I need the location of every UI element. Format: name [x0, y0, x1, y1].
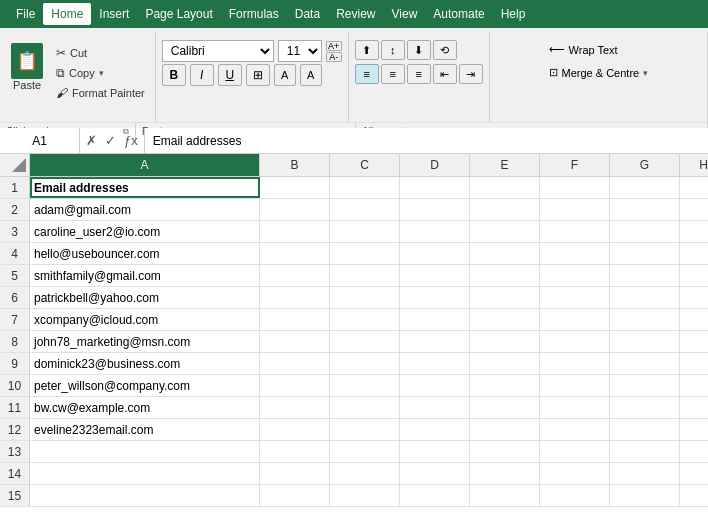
sheet-cell[interactable]	[470, 463, 540, 484]
row-number[interactable]: 8	[0, 331, 30, 352]
indent-decrease-button[interactable]: ⇤	[433, 64, 457, 84]
col-header-h[interactable]: H	[680, 154, 708, 176]
sheet-cell[interactable]	[470, 375, 540, 396]
sheet-cell[interactable]	[540, 177, 610, 198]
bold-button[interactable]: B	[162, 64, 186, 86]
sheet-cell[interactable]	[540, 397, 610, 418]
sheet-cell[interactable]: peter_willson@company.com	[30, 375, 260, 396]
sheet-cell[interactable]	[610, 221, 680, 242]
row-number[interactable]: 2	[0, 199, 30, 220]
format-painter-button[interactable]: 🖌 Format Painter	[52, 84, 149, 102]
sheet-cell[interactable]	[540, 441, 610, 462]
sheet-cell[interactable]	[680, 331, 708, 352]
sheet-cell[interactable]	[400, 463, 470, 484]
sheet-cell[interactable]	[470, 221, 540, 242]
row-number[interactable]: 13	[0, 441, 30, 462]
menu-page-layout[interactable]: Page Layout	[137, 3, 220, 25]
sheet-cell[interactable]	[680, 287, 708, 308]
align-right-button[interactable]: ≡	[407, 64, 431, 84]
menu-view[interactable]: View	[384, 3, 426, 25]
col-header-c[interactable]: C	[330, 154, 400, 176]
sheet-cell[interactable]	[540, 265, 610, 286]
sheet-cell[interactable]	[400, 331, 470, 352]
sheet-cell[interactable]	[470, 177, 540, 198]
decrease-font-size-button[interactable]: A-	[326, 52, 342, 62]
sheet-cell[interactable]	[260, 199, 330, 220]
sheet-cell[interactable]	[610, 287, 680, 308]
sheet-cell[interactable]	[680, 375, 708, 396]
sheet-cell[interactable]: smithfamily@gmail.com	[30, 265, 260, 286]
sheet-cell[interactable]	[400, 375, 470, 396]
col-header-e[interactable]: E	[470, 154, 540, 176]
sheet-cell[interactable]	[400, 397, 470, 418]
sheet-cell[interactable]: patrickbell@yahoo.com	[30, 287, 260, 308]
font-size-select[interactable]: 11	[278, 40, 322, 62]
sheet-cell[interactable]	[330, 375, 400, 396]
sheet-cell[interactable]	[470, 243, 540, 264]
sheet-cell[interactable]	[400, 199, 470, 220]
sheet-cell[interactable]	[470, 287, 540, 308]
sheet-cell[interactable]	[470, 485, 540, 506]
sheet-cell[interactable]	[470, 353, 540, 374]
col-header-a[interactable]: A	[30, 154, 260, 176]
sheet-cell[interactable]	[260, 375, 330, 396]
sheet-cell[interactable]	[680, 397, 708, 418]
sheet-cell[interactable]	[680, 419, 708, 440]
sheet-cell[interactable]	[470, 265, 540, 286]
align-left-button[interactable]: ≡	[355, 64, 379, 84]
italic-button[interactable]: I	[190, 64, 214, 86]
sheet-cell[interactable]	[540, 221, 610, 242]
sheet-cell[interactable]	[330, 331, 400, 352]
sheet-cell[interactable]: caroline_user2@io.com	[30, 221, 260, 242]
sheet-cell[interactable]	[680, 177, 708, 198]
sheet-cell[interactable]: dominick23@business.com	[30, 353, 260, 374]
sheet-cell[interactable]	[610, 243, 680, 264]
sheet-cell[interactable]: bw.cw@example.com	[30, 397, 260, 418]
menu-data[interactable]: Data	[287, 3, 328, 25]
sheet-cell[interactable]: eveline2323email.com	[30, 419, 260, 440]
row-number[interactable]: 1	[0, 177, 30, 198]
sheet-cell[interactable]	[330, 353, 400, 374]
cell-reference-input[interactable]	[0, 128, 80, 153]
increase-font-size-button[interactable]: A+	[326, 41, 342, 51]
sheet-cell[interactable]	[330, 441, 400, 462]
sheet-cell[interactable]	[400, 221, 470, 242]
sheet-cell[interactable]	[680, 485, 708, 506]
sheet-cell[interactable]	[260, 177, 330, 198]
sheet-cell[interactable]	[330, 419, 400, 440]
sheet-cell[interactable]	[610, 419, 680, 440]
row-number[interactable]: 6	[0, 287, 30, 308]
sheet-cell[interactable]	[610, 397, 680, 418]
border-button[interactable]: ⊞	[246, 64, 270, 86]
sheet-cell[interactable]	[470, 441, 540, 462]
align-top-button[interactable]: ⬆	[355, 40, 379, 60]
sheet-cell[interactable]	[540, 309, 610, 330]
sheet-cell[interactable]	[610, 177, 680, 198]
sheet-cell[interactable]	[400, 485, 470, 506]
menu-review[interactable]: Review	[328, 3, 383, 25]
col-header-d[interactable]: D	[400, 154, 470, 176]
sheet-cell[interactable]	[260, 485, 330, 506]
sheet-cell[interactable]	[400, 309, 470, 330]
sheet-cell[interactable]	[330, 287, 400, 308]
sheet-cell[interactable]	[330, 397, 400, 418]
row-number[interactable]: 11	[0, 397, 30, 418]
sheet-cell[interactable]	[610, 353, 680, 374]
sheet-cell[interactable]	[540, 353, 610, 374]
sheet-cell[interactable]	[260, 463, 330, 484]
sheet-cell[interactable]	[30, 463, 260, 484]
row-number[interactable]: 3	[0, 221, 30, 242]
sheet-cell[interactable]	[260, 441, 330, 462]
sheet-cell[interactable]	[680, 309, 708, 330]
col-header-b[interactable]: B	[260, 154, 330, 176]
orientation-button[interactable]: ⟲	[433, 40, 457, 60]
sheet-cell[interactable]	[330, 221, 400, 242]
sheet-cell[interactable]	[30, 485, 260, 506]
sheet-cell[interactable]	[680, 221, 708, 242]
paste-button[interactable]: 📋 Paste	[6, 40, 48, 94]
sheet-cell[interactable]	[610, 309, 680, 330]
sheet-cell[interactable]	[540, 199, 610, 220]
sheet-cell[interactable]	[260, 331, 330, 352]
sheet-cell[interactable]	[30, 441, 260, 462]
sheet-cell[interactable]	[260, 353, 330, 374]
